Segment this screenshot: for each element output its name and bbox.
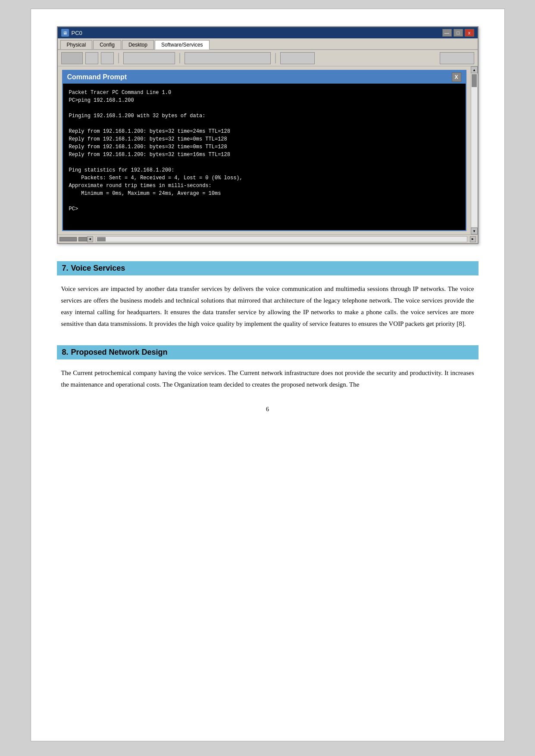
bottom-left-indicators <box>59 237 87 241</box>
pc-content-area: Command Prompt X Packet Tracer PC Comman… <box>58 66 478 234</box>
toolbar-item-3[interactable] <box>101 52 114 64</box>
section-7-body: Voice services are impacted by another d… <box>57 283 479 330</box>
h-scrollbar-thumb[interactable] <box>97 237 106 241</box>
page: 🖥 PC0 — □ x Physical Config Desktop Soft… <box>31 9 505 741</box>
pc-title: PC0 <box>72 30 82 36</box>
tab-desktop[interactable]: Desktop <box>122 40 154 49</box>
scrollbar-track <box>471 74 477 227</box>
scrollbar-right[interactable]: ▲ ▼ <box>471 66 478 234</box>
section-8: 8. Proposed Network Design The Current p… <box>57 345 479 390</box>
pc-tabs: Physical Config Desktop Software/Service… <box>58 38 478 50</box>
pc-titlebar: 🖥 PC0 — □ x <box>58 27 478 38</box>
section-7-number: 7. <box>62 264 69 273</box>
cmd-close-button[interactable]: X <box>452 72 461 82</box>
minimize-button[interactable]: — <box>442 29 452 37</box>
scroll-down-arrow[interactable]: ▼ <box>471 228 478 234</box>
toolbar-divider-3 <box>275 53 276 63</box>
toolbar-item-7[interactable] <box>440 52 474 64</box>
titlebar-controls: — □ x <box>442 29 474 37</box>
toolbar-divider-2 <box>179 53 180 63</box>
scrollbar-thumb[interactable] <box>472 74 477 87</box>
scroll-up-arrow[interactable]: ▲ <box>471 66 478 73</box>
section-8-header: 8. Proposed Network Design <box>57 345 479 359</box>
h-scroll-left-arrow[interactable]: ◄ <box>87 236 93 242</box>
section-8-number: 8. <box>62 348 69 357</box>
cmd-body[interactable]: Packet Tracer PC Command Line 1.0 PC>pin… <box>63 84 466 230</box>
bottom-indicator-1 <box>59 237 77 241</box>
cmd-title: Command Prompt <box>67 73 127 81</box>
toolbar-divider-1 <box>118 53 119 63</box>
section-7: 7. Voice Services Voice services are imp… <box>57 261 479 330</box>
tab-software-services[interactable]: Software/Services <box>155 40 210 50</box>
page-number: 6 <box>57 406 479 413</box>
toolbar-item-2[interactable] <box>85 52 98 64</box>
toolbar-item-5[interactable] <box>185 52 271 64</box>
section-8-title: Proposed Network Design <box>71 348 168 357</box>
tab-physical[interactable]: Physical <box>60 40 93 49</box>
bottom-indicator-2 <box>78 237 87 241</box>
pc-app-icon: 🖥 <box>61 29 69 37</box>
cmd-window: Command Prompt X Packet Tracer PC Comman… <box>62 70 466 231</box>
h-scroll-right-arrow[interactable]: ► <box>470 236 476 242</box>
tab-config[interactable]: Config <box>93 40 121 49</box>
toolbar-item-6[interactable] <box>280 52 315 64</box>
pc-window: 🖥 PC0 — □ x Physical Config Desktop Soft… <box>57 26 479 244</box>
toolbar-item-1[interactable] <box>61 52 83 64</box>
h-scrollbar[interactable] <box>96 236 467 242</box>
maximize-button[interactable]: □ <box>454 29 463 37</box>
pc-bottom-bar: ◄ ► <box>58 234 478 243</box>
section-7-header: 7. Voice Services <box>57 261 479 275</box>
titlebar-left: 🖥 PC0 <box>61 29 82 37</box>
section-7-title: Voice Services <box>71 264 125 273</box>
toolbar-item-4[interactable] <box>123 52 175 64</box>
pc-toolbar <box>58 50 478 66</box>
section-8-body: The Current petrochemical company having… <box>57 367 479 390</box>
cmd-titlebar: Command Prompt X <box>63 71 466 84</box>
close-button[interactable]: x <box>465 29 474 37</box>
